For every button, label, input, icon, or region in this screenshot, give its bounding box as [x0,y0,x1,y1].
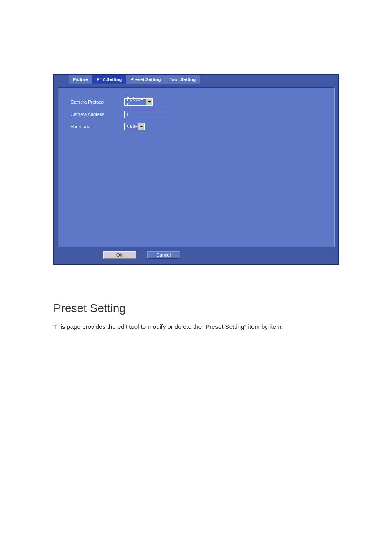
cancel-button[interactable]: Cancel [147,251,180,259]
tab-picture[interactable]: Picture [69,75,92,84]
tab-bar: Picture PTZ Setting Preset Setting Tour … [54,75,338,84]
dropdown-arrow-icon[interactable] [138,123,144,130]
settings-dialog: Picture PTZ Setting Preset Setting Tour … [53,74,339,265]
select-camera-protocol[interactable]: Pelco-D [124,98,153,106]
chevron-down-icon [148,101,151,103]
dialog-content: Camera Protocol Pelco-D Camera Address B… [58,87,335,247]
dropdown-arrow-icon[interactable] [146,99,152,105]
row-baud-rate: Baud rate 9600 [71,123,322,130]
select-baud-rate[interactable]: 9600 [124,123,145,130]
label-camera-protocol: Camera Protocol [71,99,124,104]
ok-button[interactable]: OK [103,251,136,259]
label-camera-address: Camera Address [71,112,124,117]
label-baud-rate: Baud rate [71,124,124,129]
input-camera-address[interactable] [124,111,168,118]
button-row: OK Cancel [54,251,338,264]
tab-preset-setting[interactable]: Preset Setting [126,75,165,84]
tab-ptz-setting[interactable]: PTZ Setting [92,75,126,84]
row-camera-address: Camera Address [71,111,322,118]
chevron-down-icon [140,126,143,127]
tab-tour-setting[interactable]: Tour Setting [165,75,200,84]
select-value-baud-rate: 9600 [125,123,138,130]
section-body-text: This page provides the edit tool to modi… [53,322,339,332]
select-value-camera-protocol: Pelco-D [125,99,146,105]
section-heading: Preset Setting [53,302,339,315]
row-camera-protocol: Camera Protocol Pelco-D [71,98,322,106]
